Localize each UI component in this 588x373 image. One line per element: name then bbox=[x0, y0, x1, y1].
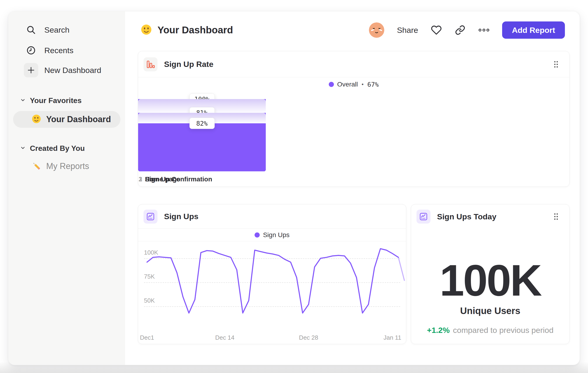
legend-label: Sign Ups bbox=[263, 231, 290, 239]
copy-link-icon[interactable] bbox=[454, 24, 466, 36]
legend-dot bbox=[255, 232, 260, 238]
funnel-legend: Overall • 67% bbox=[138, 77, 569, 91]
funnel-plot: 75% 50% 25% 0% 100% 1 Home page 81% 2 Si… bbox=[138, 99, 569, 171]
gridline-50k bbox=[144, 306, 400, 307]
legend-dot bbox=[329, 82, 334, 87]
card-header: Sign Ups Today bbox=[411, 204, 569, 229]
legend-value: 67% bbox=[367, 81, 379, 88]
clock-icon bbox=[24, 45, 38, 55]
page-title-group: Your Dashboard bbox=[140, 24, 233, 37]
drag-handle-icon[interactable] bbox=[553, 212, 559, 221]
gridline-75k bbox=[144, 282, 400, 283]
sidebar-item-new-dashboard[interactable]: New Dashboard bbox=[8, 63, 122, 77]
sidebar-item-your-dashboard[interactable]: Your Dashboard bbox=[13, 111, 120, 128]
sidebar: Search Recents New Dashboard bbox=[8, 11, 125, 365]
sidebar-item-label: Search bbox=[44, 25, 70, 34]
funnel-step-sign-up-confirmation: 82% 3 Sign Up Confirmation bbox=[138, 99, 266, 171]
x-axis-tick: Jan 11 bbox=[384, 334, 401, 341]
funnel-value-tooltip: 82% bbox=[189, 118, 215, 129]
plus-icon bbox=[24, 63, 38, 77]
sidebar-section-your-favorites[interactable]: Your Favorites bbox=[20, 95, 120, 106]
funnel-step-label: 3 Sign Up Confirmation bbox=[139, 176, 212, 183]
sidebar-item-recents[interactable]: Recents bbox=[8, 43, 122, 58]
stat-value: 100K bbox=[411, 258, 569, 302]
line-legend: Sign Ups bbox=[138, 229, 406, 241]
sign-ups-card: Sign Ups Sign Ups 100K 75K 50K Dec1 Dec … bbox=[138, 204, 406, 344]
gridline-100k bbox=[144, 258, 400, 259]
x-axis-tick: Dec 28 bbox=[299, 334, 318, 341]
add-report-button[interactable]: Add Report bbox=[502, 21, 565, 39]
chevron-down-icon bbox=[20, 145, 26, 151]
smiley-emoji-icon bbox=[31, 114, 42, 125]
x-axis-tick: Dec1 bbox=[140, 334, 154, 341]
legend-separator: • bbox=[361, 81, 364, 88]
y-axis-tick: 75K bbox=[144, 273, 155, 280]
sidebar-item-label: Recents bbox=[44, 46, 74, 55]
section-title: Created By You bbox=[30, 144, 85, 153]
chevron-down-icon bbox=[20, 97, 26, 104]
smiley-emoji-icon bbox=[140, 24, 152, 37]
sign-up-rate-card: Sign Up Rate Overall • 67% 75% 50% 25% 0… bbox=[138, 51, 570, 187]
card-title: Sign Ups bbox=[164, 212, 198, 221]
favorite-heart-icon[interactable] bbox=[431, 24, 442, 36]
x-axis-tick: Dec 14 bbox=[215, 334, 234, 341]
more-options-icon[interactable] bbox=[478, 24, 490, 36]
line-chart-icon bbox=[144, 210, 158, 223]
user-avatar[interactable] bbox=[369, 22, 384, 38]
funnel-chart-icon bbox=[144, 57, 158, 71]
sign-ups-today-card: Sign Ups Today 100K Unique Users +1.2% c… bbox=[411, 204, 570, 344]
section-title: Your Favorites bbox=[30, 96, 82, 105]
line-chart-icon bbox=[417, 210, 430, 223]
stat-delta-row: +1.2% compared to previous period bbox=[411, 326, 569, 335]
delta-note: compared to previous period bbox=[453, 326, 554, 335]
legend-label: Overall bbox=[337, 81, 358, 88]
sidebar-item-label: Your Dashboard bbox=[46, 114, 111, 124]
sidebar-item-label: My Reports bbox=[46, 161, 89, 171]
share-button[interactable]: Share bbox=[397, 26, 418, 35]
app-window: Search Recents New Dashboard bbox=[8, 11, 580, 365]
drag-handle-icon[interactable] bbox=[553, 60, 559, 69]
pencil-emoji-icon bbox=[31, 161, 42, 172]
card-header: Sign Up Rate bbox=[138, 51, 569, 77]
delta-value: +1.2% bbox=[427, 326, 450, 335]
y-axis-tick: 50K bbox=[144, 297, 155, 304]
sidebar-section-created-by-you[interactable]: Created By You bbox=[20, 143, 120, 153]
stat-unit-label: Unique Users bbox=[411, 306, 569, 316]
dashboard-header: Your Dashboard Share bbox=[140, 20, 565, 40]
funnel-bar[interactable] bbox=[138, 123, 266, 171]
page-title: Your Dashboard bbox=[158, 24, 233, 36]
card-title: Sign Up Rate bbox=[164, 60, 213, 69]
sidebar-item-label: New Dashboard bbox=[44, 66, 101, 75]
card-title: Sign Ups Today bbox=[437, 212, 496, 221]
y-axis-tick: 100K bbox=[144, 249, 158, 256]
sidebar-item-search[interactable]: Search bbox=[8, 23, 122, 37]
card-header: Sign Ups bbox=[138, 204, 406, 229]
sidebar-item-my-reports[interactable]: My Reports bbox=[13, 158, 120, 175]
search-icon bbox=[24, 25, 38, 35]
